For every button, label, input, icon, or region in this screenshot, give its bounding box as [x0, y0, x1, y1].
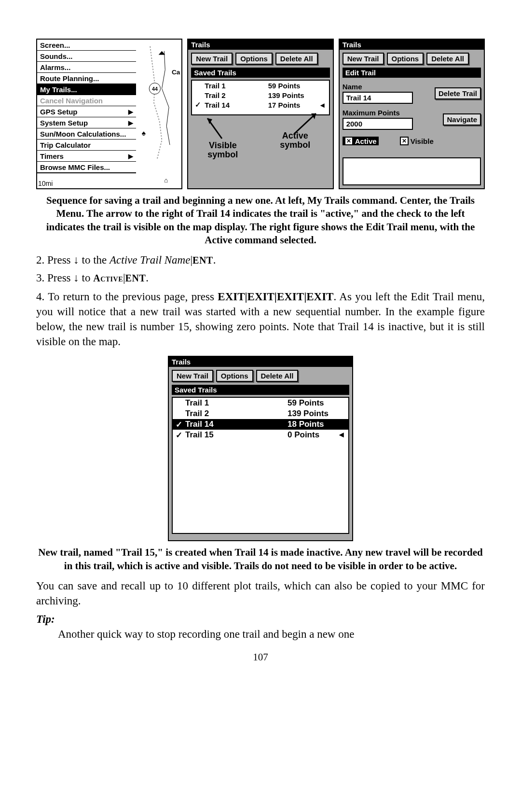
svg-text:♠: ♠: [142, 129, 146, 137]
trail-name: Trail 1: [183, 398, 288, 408]
trail-points: 17 Points: [268, 101, 316, 109]
step-2: 2. Press ↓ to the Active Trail Name|ENT.: [36, 252, 485, 267]
map-graphic: 44 Ca ♠ ⌂: [136, 40, 181, 188]
active-checkbox[interactable]: ✕ Active: [343, 137, 379, 145]
saved-trails-header: Saved Trails: [191, 68, 329, 78]
panel-menu-map: Screen... Sounds... Alarms... Route Plan…: [36, 39, 182, 189]
active-arrow-icon: ◄: [316, 101, 326, 109]
route-shield-label: 44: [152, 86, 158, 92]
trail-points: 0 Points: [288, 430, 336, 440]
edit-trail-header: Edit Trail: [343, 68, 481, 78]
trail-row[interactable]: Trail 1 59 Points: [173, 398, 348, 408]
panel-trails-after: Trails New Trail Options Delete All Save…: [168, 356, 353, 541]
map-preview: 44 Ca ♠ ⌂: [136, 40, 181, 188]
trail-name-input[interactable]: Trail 14: [343, 92, 413, 104]
submenu-arrow-icon: ▶: [128, 108, 133, 115]
menu-item-alarms[interactable]: Alarms...: [37, 62, 136, 73]
trails-titlebar: Trails: [188, 40, 332, 50]
new-trail-button[interactable]: New Trail: [343, 53, 384, 65]
submenu-arrow-icon: ▶: [128, 153, 133, 160]
trail-points: 139 Points: [268, 91, 316, 99]
delete-all-button[interactable]: Delete All: [256, 370, 299, 382]
delete-trail-button[interactable]: Delete Trail: [435, 87, 481, 99]
visible-checkbox-label: Visible: [411, 137, 434, 145]
delete-all-button[interactable]: Delete All: [426, 53, 469, 65]
trail-name: Trail 1: [203, 82, 268, 90]
trails-list: Trail 1 59 Points Trail 2 139 Points ✓ T…: [172, 397, 349, 534]
trails-toolbar: New Trail Options Delete All: [340, 50, 484, 68]
step-4: 4. To return to the previous page, press…: [36, 289, 485, 349]
tip-text: Another quick way to stop recording one …: [58, 627, 485, 642]
svg-text:⌂: ⌂: [164, 177, 168, 184]
menu-item-screen[interactable]: Screen...: [37, 40, 136, 51]
trail-points: 18 Points: [288, 420, 336, 429]
options-button[interactable]: Options: [387, 53, 424, 65]
trail-row[interactable]: ✓ Trail 14 18 Points: [173, 419, 348, 430]
figure-row-top: Screen... Sounds... Alarms... Route Plan…: [36, 39, 485, 189]
options-button[interactable]: Options: [235, 53, 273, 65]
trail-row[interactable]: Trail 1 59 Points: [192, 81, 329, 90]
trail-name: Trail 2: [203, 91, 268, 99]
menu-item-trip-calc[interactable]: Trip Calculator: [37, 140, 136, 151]
name-label: Name: [343, 83, 432, 91]
svg-text:Ca: Ca: [172, 69, 180, 76]
figure-caption-2: New trail, named "Trail 15," is created …: [36, 546, 485, 573]
checkbox-icon: ✕: [400, 137, 409, 145]
trail-name: Trail 14: [183, 420, 288, 429]
checkbox-icon: ✕: [344, 137, 353, 145]
visible-check-icon: ✓: [176, 430, 183, 440]
menu-item-my-trails[interactable]: My Trails...: [37, 84, 136, 95]
active-checkbox-label: Active: [355, 137, 377, 145]
max-points-label: Maximum Points: [343, 109, 440, 117]
menu-item-timers[interactable]: Timers▶: [37, 151, 136, 162]
delete-all-button[interactable]: Delete All: [275, 53, 318, 65]
figure-caption-1: Sequence for saving a trail and beginnin…: [36, 194, 485, 247]
trail-points: 59 Points: [288, 398, 336, 408]
tip-heading: Tip:: [36, 613, 485, 626]
active-arrow-icon: ◄: [336, 430, 345, 440]
visible-check-icon: ✓: [176, 420, 183, 430]
trail-name: Trail 14: [203, 101, 268, 109]
max-points-input[interactable]: 2000: [343, 118, 413, 130]
trail-row[interactable]: Trail 2 139 Points: [173, 408, 348, 419]
trails-titlebar: Trails: [340, 40, 484, 50]
panel-trails-menu: Trails New Trail Options Delete All Save…: [187, 39, 333, 189]
trails-toolbar: New Trail Options Delete All: [188, 50, 332, 68]
menu-item-sun-moon[interactable]: Sun/Moon Calculations...: [37, 128, 136, 140]
trail-row[interactable]: ✓ Trail 14 17 Points ◄: [192, 100, 329, 110]
edit-trail-blank-area: [343, 157, 481, 185]
options-button[interactable]: Options: [216, 370, 253, 382]
annotation-visible-label: Visible symbol: [207, 141, 238, 159]
menu-item-cancel-nav: Cancel Navigation: [37, 95, 136, 106]
trails-toolbar: New Trail Options Delete All: [169, 367, 352, 385]
new-trail-button[interactable]: New Trail: [191, 53, 233, 65]
trail-row[interactable]: Trail 2 139 Points: [192, 90, 329, 100]
menu-item-gps-setup[interactable]: GPS Setup▶: [37, 106, 136, 117]
menu-item-route-planning[interactable]: Route Planning...: [37, 73, 136, 84]
annotation-arrow-visible: [203, 114, 232, 143]
trail-points: 139 Points: [288, 409, 336, 419]
page-number: 107: [36, 651, 485, 663]
paragraph-save-recall: You can save and recall up to 10 differe…: [36, 578, 485, 608]
trail-points: 59 Points: [268, 82, 316, 90]
submenu-arrow-icon: ▶: [128, 119, 133, 126]
visible-check-icon: ✓: [195, 100, 203, 109]
trail-name: Trail 15: [183, 430, 288, 440]
panel-edit-trail: Trails New Trail Options Delete All Edit…: [339, 39, 485, 189]
navigate-button[interactable]: Navigate: [443, 113, 481, 126]
menu-item-browse-mmc[interactable]: Browse MMC Files...: [37, 162, 136, 173]
visible-checkbox[interactable]: ✕ Visible: [398, 137, 436, 145]
annotation-active-label: Active symbol: [280, 131, 310, 150]
map-scale-label: 10mi: [38, 180, 53, 187]
trails-titlebar: Trails: [169, 357, 352, 367]
new-trail-button[interactable]: New Trail: [172, 370, 213, 382]
figure-2-wrap: Trails New Trail Options Delete All Save…: [36, 356, 485, 541]
saved-trails-header: Saved Trails: [172, 385, 349, 395]
menu-item-system-setup[interactable]: System Setup▶: [37, 117, 136, 128]
menu-item-sounds[interactable]: Sounds...: [37, 51, 136, 62]
trail-row[interactable]: ✓ Trail 15 0 Points ◄: [173, 430, 348, 440]
step-3: 3. Press ↓ to Active|ENT.: [36, 270, 485, 285]
trail-name: Trail 2: [183, 409, 288, 419]
system-menu: Screen... Sounds... Alarms... Route Plan…: [37, 40, 137, 173]
exit-sequence: EXIT|EXIT|EXIT|EXIT: [218, 291, 333, 303]
